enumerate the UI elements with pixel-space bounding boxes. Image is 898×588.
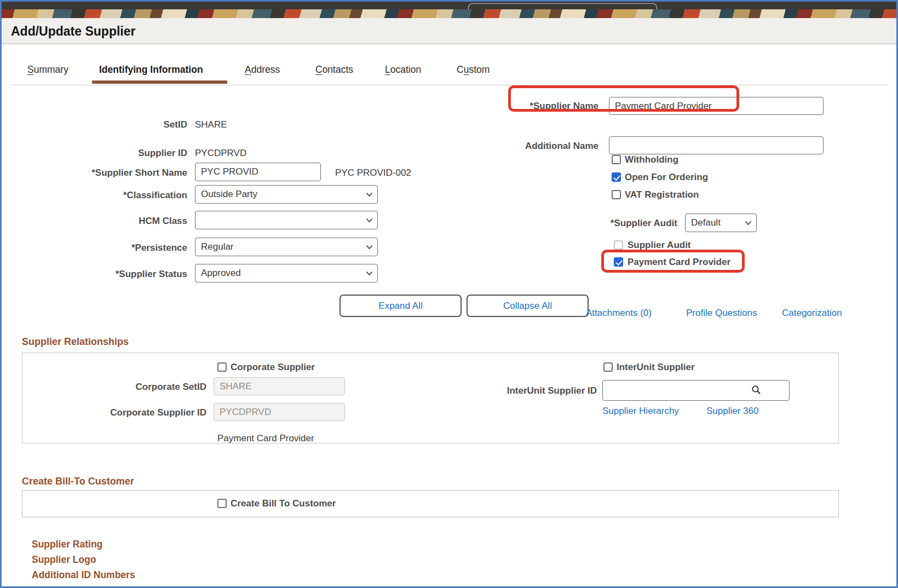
- interunit-supplier-id-input[interactable]: [602, 380, 790, 401]
- page-title: Add/Update Supplier: [11, 18, 135, 44]
- add-update-supplier-page: Add/Update Supplier Summary Identifying …: [0, 0, 898, 588]
- supplier-id-value: PYCDPRVD: [195, 148, 246, 159]
- open-for-ordering-label: Open For Ordering: [625, 172, 708, 182]
- additional-name-label: Additional Name: [471, 141, 598, 152]
- collapse-all-button[interactable]: Collapse All: [467, 295, 589, 317]
- withholding-checkbox[interactable]: [612, 155, 621, 164]
- supplier-short-name-label: *Supplier Short Name: [33, 168, 187, 178]
- interunit-supplier-id-field: [602, 380, 765, 400]
- interunit-supplier-checkbox[interactable]: [603, 362, 613, 372]
- hcm-class-select[interactable]: [195, 211, 378, 229]
- accesskey-underline: u: [464, 64, 469, 75]
- create-bill-to-heading: Create Bill-To Customer: [22, 476, 134, 487]
- profile-questions-link[interactable]: Profile Questions: [686, 308, 757, 319]
- withholding-label: Withholding: [625, 155, 678, 165]
- persistence-value: Regular: [201, 241, 234, 252]
- supplier-short-name-input[interactable]: [195, 163, 321, 181]
- supplier-audit-checkbox: [614, 240, 623, 250]
- chevron-down-icon: [366, 245, 373, 250]
- chevron-down-icon: [366, 192, 373, 197]
- supplier-relationships-note: Payment Card Provider: [217, 433, 314, 444]
- search-icon[interactable]: [751, 385, 761, 395]
- accesskey-underline: A: [245, 64, 251, 75]
- accesskey-underline: C: [315, 64, 323, 75]
- classification-select[interactable]: Outside Party: [195, 185, 378, 204]
- supplier-audit-select[interactable]: Default: [685, 214, 757, 232]
- tab-location[interactable]: Location: [385, 62, 421, 77]
- open-for-ordering-checkbox[interactable]: [612, 172, 621, 182]
- top-chrome-handle: [468, 3, 657, 9]
- corporate-setid-input: [214, 377, 345, 395]
- supplier-audit-checkbox-label: Supplier Audit: [628, 240, 691, 250]
- accesskey-underline: L: [385, 64, 390, 75]
- accesskey-underline: S: [27, 64, 34, 75]
- supplier-relationships-heading: Supplier Relationships: [22, 336, 129, 348]
- tab-divider: [10, 85, 888, 85]
- persistence-select[interactable]: Regular: [195, 238, 378, 256]
- payment-card-provider-checkbox[interactable]: [614, 257, 623, 267]
- setid-label: SetID: [33, 119, 187, 130]
- supplier-status-value: Approved: [201, 268, 241, 279]
- supplier-audit-select-label: *Supplier Audit: [548, 218, 677, 229]
- supplier-hierarchy-link[interactable]: Supplier Hierarchy: [602, 406, 679, 417]
- interunit-supplier-label: InterUnit Supplier: [617, 362, 695, 372]
- chevron-down-icon: [366, 218, 373, 223]
- supplier-status-label: *Supplier Status: [33, 269, 187, 280]
- tab-identifying-information[interactable]: Identifying Information: [99, 62, 203, 77]
- supplier-short-name-suffix: PYC PROVID-002: [335, 168, 411, 178]
- tab-custom[interactable]: Custom: [457, 62, 490, 77]
- chevron-down-icon: [745, 221, 752, 226]
- create-bill-to-customer-checkbox[interactable]: [217, 499, 227, 508]
- supplier-360-link[interactable]: Supplier 360: [706, 406, 758, 417]
- classification-value: Outside Party: [201, 189, 257, 200]
- corporate-supplier-id-label: Corporate Supplier ID: [66, 407, 206, 418]
- hcm-class-label: HCM Class: [33, 216, 187, 227]
- vat-registration-label: VAT Registration: [625, 190, 699, 200]
- supplier-logo-link[interactable]: Supplier Logo: [32, 554, 96, 566]
- payment-card-provider-label: Payment Card Provider: [628, 257, 730, 267]
- corporate-supplier-id-input: [214, 403, 345, 421]
- expand-all-button[interactable]: Expand All: [339, 295, 462, 317]
- categorization-link[interactable]: Categorization: [782, 308, 842, 319]
- chevron-down-icon: [366, 271, 373, 276]
- tab-address[interactable]: Address: [245, 62, 280, 77]
- tab-contacts[interactable]: Contacts: [315, 62, 353, 77]
- create-bill-to-panel: [22, 490, 839, 517]
- tab-summary[interactable]: Summary: [27, 62, 68, 77]
- create-bill-to-customer-label: Create Bill To Customer: [231, 499, 336, 509]
- additional-name-input[interactable]: [609, 136, 824, 154]
- supplier-name-input[interactable]: [609, 97, 824, 115]
- supplier-id-label: Supplier ID: [33, 148, 187, 159]
- attachments-link[interactable]: Attachments (0): [586, 308, 652, 319]
- vat-registration-checkbox[interactable]: [612, 190, 621, 199]
- supplier-rating-link[interactable]: Supplier Rating: [32, 539, 102, 550]
- classification-label: *Classification: [33, 190, 187, 201]
- active-tab-indicator: [92, 80, 227, 84]
- interunit-supplier-id-label: InterUnit Supplier ID: [465, 385, 597, 396]
- supplier-status-select[interactable]: Approved: [195, 264, 378, 283]
- setid-value: SHARE: [195, 119, 227, 130]
- persistence-label: *Persistence: [33, 243, 187, 253]
- supplier-audit-value: Default: [691, 217, 721, 228]
- decorative-banner: [0, 9, 898, 18]
- corporate-supplier-checkbox[interactable]: [217, 362, 227, 372]
- additional-id-numbers-link[interactable]: Additional ID Numbers: [32, 569, 135, 581]
- supplier-name-label: *Supplier Name: [471, 101, 598, 112]
- corporate-supplier-label: Corporate Supplier: [231, 362, 315, 372]
- top-chrome-strip: [0, 0, 898, 9]
- corporate-setid-label: Corporate SetID: [66, 382, 206, 393]
